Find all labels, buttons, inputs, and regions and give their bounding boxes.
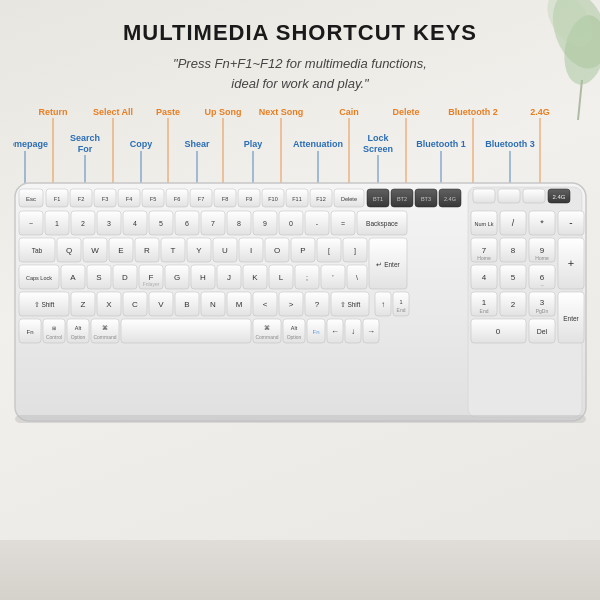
svg-text:1: 1 [481,298,486,307]
svg-text:Option: Option [70,334,85,340]
svg-text:F8: F8 [221,196,227,202]
svg-text:\: \ [356,274,358,281]
title-section: MULTIMEDIA SHORTCUT KEYS "Press Fn+F1~F1… [123,20,477,93]
svg-text:Fnlayer: Fnlayer [142,281,159,287]
label-cain: Cain [339,107,359,117]
svg-text:;: ; [306,274,308,281]
svg-text:6: 6 [185,220,189,227]
svg-text:X: X [106,300,112,309]
label-search-for-line1: Search [69,133,99,143]
svg-text:F12: F12 [316,196,325,202]
svg-text:7: 7 [481,246,486,255]
svg-text:4: 4 [481,273,486,282]
svg-text:Alt: Alt [74,325,81,331]
svg-text:G: G [173,273,179,282]
svg-text:Num Lk: Num Lk [474,221,493,227]
svg-text:N: N [210,300,216,309]
svg-text:M: M [235,300,242,309]
label-return: Return [38,107,67,117]
svg-text:Fn: Fn [26,329,33,335]
label-copy: Copy [129,139,152,149]
svg-text:4: 4 [133,220,137,227]
svg-text:⌘: ⌘ [102,325,108,331]
svg-text:F1: F1 [53,196,59,202]
svg-text:1: 1 [399,299,402,305]
svg-text:Delete: Delete [341,196,357,202]
svg-text:BT2: BT2 [396,196,406,202]
svg-text:Command: Command [93,334,116,340]
svg-text:9: 9 [263,220,267,227]
svg-text:↵ Enter: ↵ Enter [376,261,400,268]
svg-text:Del: Del [536,328,547,335]
svg-text:Control: Control [45,334,61,340]
svg-text:Option: Option [286,334,301,340]
svg-text:J: J [227,273,231,282]
svg-text:F11: F11 [292,196,301,202]
svg-text:Enter: Enter [563,315,579,322]
svg-text:2.4G: 2.4G [444,196,456,202]
label-lock-screen-line2: Screen [362,144,392,154]
svg-text:5: 5 [159,220,163,227]
label-attenuation: Attenuation [293,139,343,149]
svg-text:A: A [70,273,76,282]
label-bluetooth3: Bluetooth 3 [485,139,535,149]
svg-text:+: + [567,257,573,269]
svg-text:Command: Command [255,334,278,340]
svg-text:~: ~ [28,220,32,227]
svg-text:9: 9 [539,246,544,255]
svg-text:⇧ Shift: ⇧ Shift [339,301,360,308]
svg-text:↓: ↓ [351,327,355,336]
svg-rect-223 [121,319,251,343]
label-2-4g: 2.4G [530,107,550,117]
svg-text:⌘: ⌘ [264,325,270,331]
svg-text:F5: F5 [149,196,155,202]
svg-text:0: 0 [495,327,500,336]
label-select-all: Select All [92,107,132,117]
svg-text:Home: Home [477,255,491,261]
svg-text:PgDn: PgDn [535,308,548,314]
svg-text:?: ? [314,300,319,309]
svg-text:E: E [118,246,123,255]
svg-text:]: ] [354,247,356,255]
label-search-for-line2: For [77,144,92,154]
svg-text:W: W [91,246,99,255]
svg-text:BT3: BT3 [420,196,430,202]
svg-text:BT1: BT1 [372,196,382,202]
page-container: MULTIMEDIA SHORTCUT KEYS "Press Fn+F1~F1… [0,0,600,600]
svg-text:2.4G: 2.4G [552,194,565,200]
label-shear: Shear [184,139,210,149]
svg-text:Home: Home [535,255,549,261]
label-bluetooth1: Bluetooth 1 [416,139,466,149]
svg-text:R: R [144,246,150,255]
surface [0,540,600,600]
svg-text:Q: Q [65,246,71,255]
svg-text:Z: Z [80,300,85,309]
svg-text:Alt: Alt [290,325,297,331]
label-lock-screen-line1: Lock [367,133,389,143]
label-homepage: Homepage [13,139,48,149]
svg-text:8: 8 [510,246,515,255]
svg-text:2: 2 [510,300,515,309]
svg-text:8: 8 [237,220,241,227]
svg-text:Backspace: Backspace [366,220,398,228]
svg-text:Esc: Esc [25,196,35,202]
svg-text:3: 3 [539,298,544,307]
svg-text:→: → [367,327,375,336]
svg-rect-25 [498,189,520,203]
label-up-song: Up Song [204,107,241,117]
keyboard-svg: Return Select All Paste Up Song Next Son… [13,101,588,431]
svg-text:2: 2 [81,220,85,227]
svg-text:L: L [278,273,283,282]
svg-text:K: K [252,273,258,282]
svg-text:F2: F2 [77,196,83,202]
svg-text:F10: F10 [268,196,277,202]
svg-text:O: O [273,246,279,255]
svg-text:F4: F4 [125,196,131,202]
svg-text:[: [ [328,247,330,255]
label-paste: Paste [155,107,179,117]
keyboard-annotation-area: Return Select All Paste Up Song Next Son… [13,101,588,435]
label-play: Play [243,139,262,149]
svg-text:=: = [340,220,344,227]
svg-text:D: D [122,273,128,282]
label-delete: Delete [392,107,419,117]
